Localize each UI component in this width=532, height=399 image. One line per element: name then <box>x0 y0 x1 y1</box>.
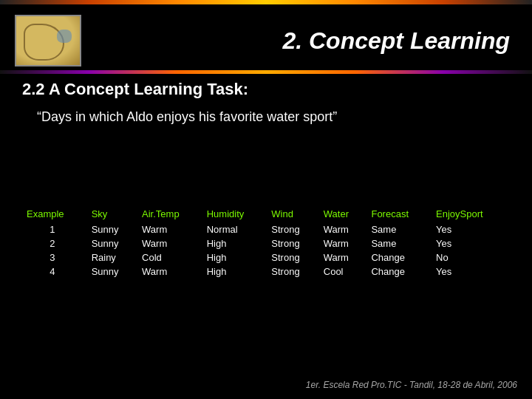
table-cell: Normal <box>202 222 267 236</box>
table-cell: Cool <box>319 265 367 279</box>
thumbnail-image <box>15 15 81 66</box>
col-header-water: Water <box>319 207 367 222</box>
col-header-airtemp: Air.Temp <box>137 207 202 222</box>
table-cell: Change <box>366 265 432 279</box>
table-cell: Strong <box>267 222 318 236</box>
title-area: 2. Concept Learning <box>81 27 517 55</box>
col-header-example: Example <box>22 207 87 222</box>
table-cell: Strong <box>267 236 318 250</box>
concept-table: ExampleSkyAir.TempHumidityWindWaterForec… <box>22 207 510 279</box>
table-cell: Strong <box>267 265 318 279</box>
table-cell: High <box>202 250 267 265</box>
table-cell: Rainy <box>87 250 137 265</box>
table-cell: 4 <box>22 265 87 279</box>
col-header-sky: Sky <box>87 207 137 222</box>
table-cell: Same <box>366 236 432 250</box>
col-header-wind: Wind <box>267 207 318 222</box>
top-decorative-bar <box>0 0 532 4</box>
table-header-row: ExampleSkyAir.TempHumidityWindWaterForec… <box>22 207 510 222</box>
table-cell: Sunny <box>87 236 137 250</box>
table-cell: Warm <box>319 236 367 250</box>
table-cell: High <box>202 265 267 279</box>
table-cell: Yes <box>432 236 510 250</box>
divider-bar <box>0 70 532 74</box>
table-cell: Cold <box>137 250 202 265</box>
table-row: 3RainyColdHighStrongWarmChangeNo <box>22 250 510 265</box>
table-cell: 1 <box>22 222 87 236</box>
quote-text: “Days in which Aldo enjoys his favorite … <box>37 108 510 126</box>
section-subtitle: 2.2 A Concept Learning Task: <box>22 80 510 99</box>
table-cell: Yes <box>432 265 510 279</box>
table-cell: Same <box>366 222 432 236</box>
table-cell: No <box>432 250 510 265</box>
main-content: 2.2 A Concept Learning Task: “Days in wh… <box>22 80 510 130</box>
table-cell: Warm <box>137 265 202 279</box>
table-cell: Change <box>366 250 432 265</box>
table-cell: High <box>202 236 267 250</box>
table-cell: Warm <box>137 236 202 250</box>
col-header-forecast: Forecast <box>366 207 432 222</box>
table-row: 4SunnyWarmHighStrongCoolChangeYes <box>22 265 510 279</box>
table-cell: Warm <box>319 250 367 265</box>
table-cell: Sunny <box>87 222 137 236</box>
col-header-humidity: Humidity <box>202 207 267 222</box>
data-table-container: ExampleSkyAir.TempHumidityWindWaterForec… <box>22 207 510 279</box>
table-cell: 2 <box>22 236 87 250</box>
table-cell: 3 <box>22 250 87 265</box>
table-row: 1SunnyWarmNormalStrongWarmSameYes <box>22 222 510 236</box>
table-cell: Strong <box>267 250 318 265</box>
table-cell: Warm <box>319 222 367 236</box>
table-cell: Sunny <box>87 265 137 279</box>
table-cell: Yes <box>432 222 510 236</box>
table-cell: Warm <box>137 222 202 236</box>
main-title: 2. Concept Learning <box>81 27 510 55</box>
footer-text: 1er. Escela Red Pro.TIC - Tandil, 18-28 … <box>306 380 517 390</box>
table-row: 2SunnyWarmHighStrongWarmSameYes <box>22 236 510 250</box>
table-body: 1SunnyWarmNormalStrongWarmSameYes2SunnyW… <box>22 222 510 279</box>
col-header-enjoysport: EnjoySport <box>432 207 510 222</box>
header: 2. Concept Learning <box>0 7 532 74</box>
